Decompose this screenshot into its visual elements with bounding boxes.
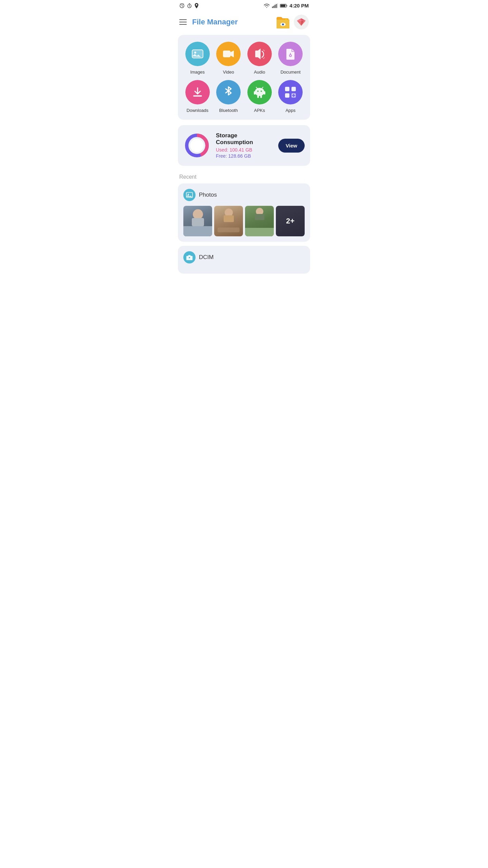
svg-point-27 [261,91,262,92]
svg-line-24 [256,87,257,88]
svg-rect-3 [273,6,274,8]
images-label: Images [190,70,205,75]
bluetooth-icon [224,86,232,98]
category-video[interactable]: Video [215,42,243,75]
audio-icon [255,48,265,60]
svg-line-25 [262,87,263,88]
photo-thumb-2[interactable] [214,206,243,236]
bluetooth-label: Bluetooth [219,108,238,113]
photos-icon [186,192,193,198]
timer-icon [187,3,192,8]
sketch-button[interactable] [294,15,309,29]
svg-point-39 [190,139,204,152]
downloads-circle [185,80,210,104]
storage-info: Storage Consumption Used: 100.41 GB Free… [216,132,273,159]
recent-section-label: Recent [174,171,314,183]
category-apps[interactable]: Apps [277,80,305,113]
photo-thumb-4-more[interactable]: 2+ [276,206,305,236]
svg-point-19 [194,52,196,54]
time-display: 4:20 PM [289,3,309,8]
category-grid: Images Video Audio [183,42,305,113]
svg-rect-34 [291,87,296,91]
category-downloads[interactable]: Downloads [183,80,212,113]
document-label: Document [281,70,301,75]
category-bluetooth[interactable]: Bluetooth [215,80,243,113]
svg-rect-20 [223,51,230,57]
hamburger-menu[interactable] [179,19,187,25]
page-title: File Manager [192,18,238,26]
sketch-icon [296,18,306,26]
apps-label: Apps [285,108,296,113]
svg-point-26 [257,91,259,92]
image-icon [192,49,203,59]
folder-eye-icon [276,16,290,28]
video-icon [223,50,234,58]
apps-circle [278,80,303,104]
storage-card: Storage Consumption Used: 100.41 GB Free… [178,125,310,166]
status-left-icons [179,3,199,8]
photos-card-title: Photos [199,192,217,198]
svg-rect-30 [257,95,259,98]
document-icon [286,48,295,60]
category-document[interactable]: Document [277,42,305,75]
bluetooth-circle [216,80,241,104]
recent-dcim-card: DCIM [178,246,310,274]
svg-rect-8 [281,4,285,7]
photos-thumbnail-grid: 2+ [183,206,305,236]
category-images[interactable]: Images [183,42,212,75]
storage-donut-chart [183,132,210,159]
svg-marker-15 [301,18,306,21]
svg-point-43 [189,257,190,258]
wifi-icon [264,3,270,8]
apks-label: APKs [254,108,265,113]
svg-rect-31 [260,95,262,98]
photo-thumb-3[interactable] [245,206,274,236]
video-circle [216,42,241,66]
status-right-icons: 4:20 PM [264,3,309,8]
alarm-icon [179,3,185,8]
svg-rect-33 [285,93,289,98]
apk-icon [253,86,266,98]
video-label: Video [223,70,234,75]
recent-photos-header: Photos [183,189,305,201]
apps-icon [284,86,297,98]
svg-marker-14 [297,18,301,21]
document-circle [278,42,303,66]
svg-rect-4 [275,5,276,8]
recent-dcim-header: DCIM [183,251,305,263]
app-header: File Manager [174,11,314,35]
storage-used: Used: 100.41 GB [216,147,273,153]
svg-rect-22 [193,95,202,97]
battery-icon [280,4,287,8]
images-circle [185,42,210,66]
svg-rect-29 [264,91,265,95]
download-icon [192,86,203,98]
dcim-card-title: DCIM [199,254,214,261]
category-audio[interactable]: Audio [245,42,274,75]
view-storage-button[interactable]: View [278,139,305,153]
category-apks[interactable]: APKs [245,80,274,113]
svg-point-41 [188,194,189,195]
header-right [276,15,309,29]
downloads-label: Downloads [187,108,208,113]
audio-label: Audio [254,70,265,75]
audio-circle [247,42,272,66]
recent-photos-card: Photos [178,183,310,242]
status-bar: 4:20 PM [174,0,314,11]
svg-rect-17 [192,50,203,58]
dcim-category-icon [183,251,196,263]
location-icon [194,3,199,8]
dcim-icon [186,254,193,261]
svg-rect-32 [285,87,289,91]
svg-rect-2 [272,6,273,8]
photos-category-icon [183,189,196,201]
svg-rect-6 [277,3,278,8]
signal-icon [272,3,278,8]
svg-rect-5 [276,4,277,8]
category-grid-section: Images Video Audio [178,35,310,120]
apks-circle [247,80,272,104]
folder-eye-button[interactable] [276,15,290,29]
svg-point-23 [255,88,264,96]
photo-thumb-1[interactable] [183,206,212,236]
storage-title: Storage Consumption [216,132,273,146]
